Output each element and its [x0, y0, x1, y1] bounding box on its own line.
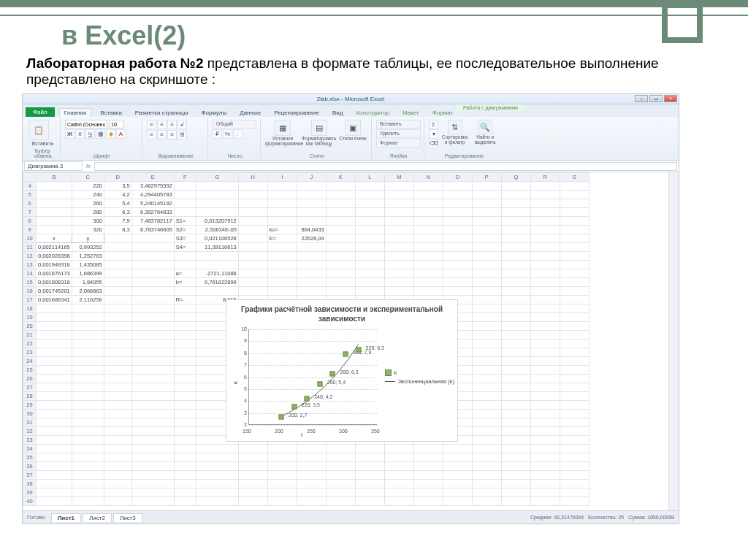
formula-input[interactable]: [94, 162, 677, 171]
fx-icon[interactable]: fx: [84, 163, 93, 169]
chart-marker: [317, 382, 322, 387]
align-mid-button[interactable]: ≡: [157, 120, 167, 129]
fill-button[interactable]: ▾: [429, 129, 438, 139]
align-bot-button[interactable]: ≡: [167, 120, 177, 129]
align-right-button[interactable]: ≡: [167, 130, 177, 139]
formula-bar: Диаграмма 3 fx: [23, 161, 679, 172]
bold-button[interactable]: Ж: [65, 129, 75, 139]
find-select-icon[interactable]: 🔍: [478, 120, 492, 134]
ribbon-context-title: Работа с диаграммами: [456, 104, 525, 111]
paste-icon[interactable]: 📋: [28, 120, 49, 140]
paste-label: Вставить: [28, 141, 57, 146]
slide-top-border: [0, 0, 748, 16]
y-axis-label: k: [232, 381, 239, 384]
tab-data[interactable]: Данные: [235, 109, 265, 117]
chart-marker: [330, 371, 335, 376]
font-size-input[interactable]: [109, 120, 123, 129]
close-button[interactable]: ×: [664, 95, 677, 102]
align-top-button[interactable]: ≡: [147, 120, 156, 129]
ribbon-tabs: Файл Главная Вставка Разметка страницы Ф…: [23, 104, 679, 117]
tab-review[interactable]: Рецензирование: [270, 109, 324, 117]
group-styles: ▦ Условное форматирование ▤ Форматироват…: [262, 118, 372, 158]
group-align: ≡ ≡ ≡ ↲ ≡ ≡ ≡ ⊞ Выравнивание: [144, 118, 208, 158]
vertical-scrollbar[interactable]: [668, 172, 679, 510]
tab-format[interactable]: Формат: [428, 109, 457, 117]
wrap-button[interactable]: ↲: [178, 120, 187, 129]
cell-styles-icon[interactable]: ▣: [345, 120, 361, 136]
border-button[interactable]: ▦: [96, 129, 105, 139]
tab-pagelayout[interactable]: Разметка страницы: [131, 109, 193, 117]
underline-button[interactable]: Ч: [85, 129, 95, 139]
cond-format-icon[interactable]: ▦: [275, 120, 291, 136]
minimize-button[interactable]: –: [635, 95, 648, 102]
spreadsheet-grid[interactable]: BCDEFGHIJKLMNOPQRS42203,53,4629755925240…: [23, 172, 668, 510]
italic-button[interactable]: К: [75, 129, 85, 139]
file-tab[interactable]: Файл: [26, 107, 55, 117]
align-center-button[interactable]: ≡: [157, 130, 167, 139]
window-titlebar: 2lab.xlsx - Microsoft Excel – ▭ ×: [23, 94, 679, 104]
group-number: Общий ₽ % , Число: [210, 118, 261, 158]
align-left-button[interactable]: ≡: [147, 130, 156, 139]
status-ready: Готово: [23, 514, 50, 521]
chart-marker: [279, 414, 284, 419]
chart-marker: [343, 352, 348, 357]
font-color-button[interactable]: A: [116, 129, 126, 139]
slide-title: в Excel(2): [61, 20, 733, 51]
name-box[interactable]: Диаграмма 3: [24, 161, 83, 171]
sheet-tab-3[interactable]: Лист3: [113, 513, 142, 522]
comma-button[interactable]: ,: [233, 129, 243, 139]
ribbon-body: 📋 Вставить Буфер обмена Ж К Ч ▦ ◆ A Шриф…: [23, 117, 679, 161]
tab-insert[interactable]: Вставка: [96, 109, 126, 117]
fill-color-button[interactable]: ◆: [106, 129, 115, 139]
window-title: 2lab.xlsx - Microsoft Excel: [317, 96, 384, 102]
delete-cells-button[interactable]: Удалить: [376, 129, 421, 138]
autosum-button[interactable]: Σ: [429, 120, 438, 129]
clear-button[interactable]: ⌫: [429, 139, 438, 148]
chart-title: Графики расчётной зависимости и эксперим…: [226, 300, 457, 323]
sort-filter-icon[interactable]: ⇅: [448, 120, 462, 134]
table-format-icon[interactable]: ▤: [311, 120, 327, 136]
format-cells-button[interactable]: Формат: [376, 139, 421, 147]
chart-legend: k Экспоненциальная (k): [385, 367, 454, 387]
merge-button[interactable]: ⊞: [178, 130, 187, 139]
chart-plot-area: 200; 2,7220; 3,5240; 4,2260; 5,4280; 6,3…: [248, 329, 377, 425]
chart-marker: [291, 404, 297, 410]
excel-screenshot: 2lab.xlsx - Microsoft Excel – ▭ × Работа…: [22, 93, 679, 524]
group-font: Ж К Ч ▦ ◆ A Шрифт: [62, 118, 142, 158]
slide-subtitle: Лабораторная работа №2 представлена в фо…: [26, 55, 684, 88]
tab-home[interactable]: Главная: [59, 108, 91, 117]
percent-button[interactable]: %: [223, 129, 232, 139]
chart-object[interactable]: Графики расчётной зависимости и эксперим…: [226, 299, 458, 442]
tab-design[interactable]: Конструктор: [351, 109, 394, 117]
legend-series-k: k: [394, 369, 397, 376]
font-name-input[interactable]: [65, 120, 107, 129]
tab-view[interactable]: Вид: [328, 109, 347, 117]
group-editing: Σ ▾ ⌫ ⇅ Сортировка и фильтр 🔍 Найти и вы…: [426, 118, 503, 158]
chart-marker: [356, 347, 361, 352]
chart-marker: [305, 396, 310, 401]
slide-body: в Excel(2) Лабораторная работа №2 предст…: [0, 16, 748, 560]
number-format-select[interactable]: Общий: [213, 120, 256, 129]
sheet-tab-2[interactable]: Лист2: [83, 513, 112, 522]
currency-button[interactable]: ₽: [213, 129, 222, 139]
maximize-button[interactable]: ▭: [649, 95, 663, 102]
sheet-tab-bar: Готово Лист1 Лист2 Лист3 Среднее: 90,314…: [23, 510, 679, 523]
sheet-tab-1[interactable]: Лист1: [51, 513, 81, 522]
group-cells: Вставить Удалить Формат Ячейки: [373, 118, 424, 158]
legend-series-exp: Экспоненциальная (k): [398, 378, 454, 385]
status-aggregate: Среднее: 90,31476094 Количество: 25 Сумм…: [530, 515, 679, 520]
tab-formulas[interactable]: Формулы: [196, 109, 231, 117]
insert-cells-button[interactable]: Вставить: [376, 120, 421, 129]
tab-layout[interactable]: Макет: [398, 109, 424, 117]
group-clipboard: 📋 Вставить Буфер обмена: [26, 118, 61, 158]
